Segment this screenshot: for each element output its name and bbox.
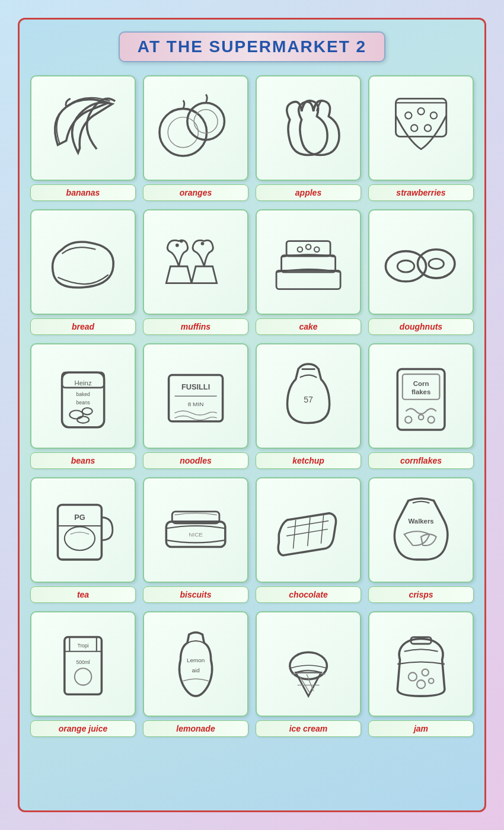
food-item-apples: apples <box>256 75 361 201</box>
svg-point-30 <box>82 408 92 414</box>
svg-point-31 <box>77 416 89 423</box>
svg-text:aid: aid <box>192 667 199 673</box>
food-item-orange-juice: Tropi 500ml orange juice <box>30 611 136 737</box>
image-bread <box>30 209 136 315</box>
label-text-bread: bread <box>72 322 94 331</box>
food-item-chocolate: chocolate <box>256 477 361 603</box>
label-biscuits: biscuits <box>143 586 248 603</box>
image-jam <box>368 611 474 717</box>
food-item-ketchup: 57 ketchup <box>256 343 361 469</box>
label-text-lemonade: lemonade <box>176 724 215 733</box>
svg-point-0 <box>160 108 207 156</box>
label-muffins: muffins <box>143 318 248 335</box>
page-title: AT THE SUPERMARKET 2 <box>138 37 366 56</box>
svg-point-13 <box>180 240 183 243</box>
image-chocolate <box>256 477 361 583</box>
svg-text:baked: baked <box>76 391 90 397</box>
label-doughnuts: doughnuts <box>368 318 474 335</box>
label-ketchup: ketchup <box>256 452 361 469</box>
label-bread: bread <box>30 318 136 335</box>
label-text-biscuits: biscuits <box>180 590 212 599</box>
svg-point-22 <box>417 250 455 278</box>
svg-point-11 <box>176 244 179 247</box>
image-cornflakes: Corn flakes <box>368 343 474 449</box>
food-item-cornflakes: Corn flakes cornflakes <box>368 343 474 469</box>
image-noodles: FUSILLI 8 MIN <box>143 343 248 449</box>
label-text-ice-cream: ice cream <box>289 724 328 733</box>
svg-point-60 <box>75 668 91 685</box>
food-item-crisps: Walkers crisps <box>368 477 474 603</box>
image-orange-juice: Tropi 500ml <box>30 611 136 717</box>
svg-point-7 <box>430 112 437 119</box>
svg-point-6 <box>417 108 424 114</box>
food-item-ice-cream: ice cream <box>256 611 361 737</box>
label-cornflakes: cornflakes <box>368 452 474 469</box>
svg-point-47 <box>65 526 95 550</box>
label-oranges: oranges <box>143 184 248 201</box>
svg-text:Tropi: Tropi <box>77 643 88 649</box>
svg-text:Lemon: Lemon <box>187 657 205 663</box>
food-item-bread: bread <box>30 209 136 335</box>
label-text-apples: apples <box>295 188 321 197</box>
label-noodles: noodles <box>143 452 248 469</box>
svg-point-29 <box>69 410 83 419</box>
svg-point-18 <box>306 244 311 250</box>
svg-text:57: 57 <box>304 395 313 404</box>
svg-point-21 <box>397 260 414 272</box>
svg-point-42 <box>419 414 424 420</box>
svg-text:NICE: NICE <box>189 531 203 538</box>
label-bananas: bananas <box>30 184 136 201</box>
svg-point-41 <box>405 416 412 423</box>
image-muffins <box>143 209 248 315</box>
image-beans: Heinz baked beans <box>30 343 136 449</box>
label-beans: beans <box>30 452 136 469</box>
svg-point-70 <box>429 678 434 684</box>
svg-rect-4 <box>395 98 446 136</box>
label-crisps: crisps <box>368 586 474 603</box>
food-item-cake: cake <box>256 209 361 335</box>
label-orange-juice: orange juice <box>30 720 136 737</box>
svg-text:beans: beans <box>76 400 90 406</box>
page-title-box: AT THE SUPERMARKET 2 <box>119 31 385 62</box>
label-jam: jam <box>368 720 474 737</box>
food-item-noodles: FUSILLI 8 MIN noodles <box>143 343 248 469</box>
label-text-muffins: muffins <box>181 322 210 331</box>
food-item-biscuits: NICE biscuits <box>143 477 248 603</box>
image-ice-cream <box>256 611 361 717</box>
label-apples: apples <box>256 184 361 201</box>
image-oranges <box>143 75 248 181</box>
label-text-doughnuts: doughnuts <box>400 322 442 331</box>
food-item-strawberries: strawberries <box>368 75 474 201</box>
svg-point-67 <box>409 672 417 681</box>
svg-point-8 <box>411 124 417 131</box>
label-text-beans: beans <box>71 456 95 465</box>
label-chocolate: chocolate <box>256 586 361 603</box>
label-text-tea: tea <box>77 590 89 599</box>
food-item-bananas: bananas <box>30 75 136 201</box>
label-text-oranges: oranges <box>180 188 212 197</box>
label-text-noodles: noodles <box>180 456 212 465</box>
image-ketchup: 57 <box>256 343 361 449</box>
svg-point-23 <box>429 258 444 269</box>
image-apples <box>256 75 361 181</box>
food-item-tea: PG tea <box>30 477 136 603</box>
svg-text:8 MIN: 8 MIN <box>188 401 204 407</box>
image-cake <box>256 209 361 315</box>
food-item-doughnuts: doughnuts <box>368 209 474 335</box>
label-text-cornflakes: cornflakes <box>400 456 442 465</box>
svg-point-5 <box>405 112 412 119</box>
svg-text:Heinz: Heinz <box>74 379 91 387</box>
label-strawberries: strawberries <box>368 184 474 201</box>
svg-point-17 <box>298 247 303 252</box>
label-text-jam: jam <box>414 724 428 733</box>
svg-line-65 <box>307 674 313 691</box>
svg-text:PG: PG <box>74 513 85 522</box>
label-text-orange-juice: orange juice <box>59 724 107 733</box>
svg-text:flakes: flakes <box>412 388 430 395</box>
image-tea: PG <box>30 477 136 583</box>
food-item-muffins: muffins <box>143 209 248 335</box>
label-tea: tea <box>30 586 136 603</box>
main-card: AT THE SUPERMARKET 2 bananas <box>18 18 486 812</box>
svg-text:FUSILLI: FUSILLI <box>181 382 210 391</box>
image-lemonade: Lemon aid <box>143 611 248 717</box>
